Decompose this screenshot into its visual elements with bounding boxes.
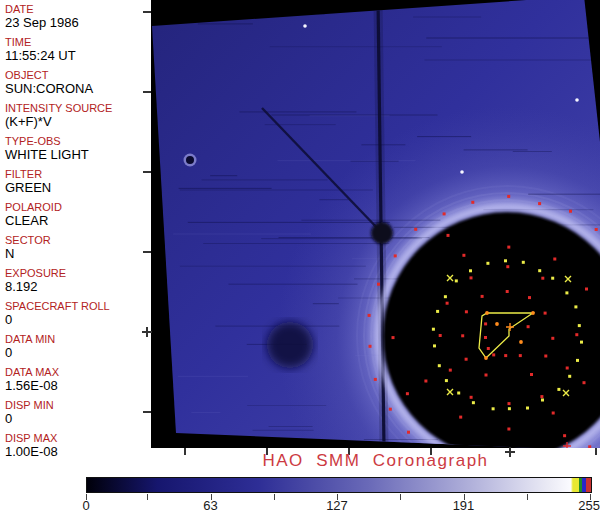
- metadata-field: DISP MIN0: [5, 399, 149, 426]
- axis-tick: [143, 251, 151, 253]
- axis-tick: [143, 91, 151, 93]
- metadata-field: INTENSITY SOURCE(K+F)*V: [5, 102, 149, 129]
- metadata-panel: DATE23 Sep 1986TIME11:55:24 UTOBJECTSUN:…: [5, 3, 149, 465]
- colorbar-minor-tick: [400, 494, 401, 500]
- field-value: 1.00E-08: [5, 445, 149, 459]
- field-value: 0: [5, 313, 149, 327]
- field-value: WHITE LIGHT: [5, 148, 149, 162]
- colorbar-tick-label: 0: [64, 498, 108, 512]
- metadata-field: DATA MAX1.56E-08: [5, 366, 149, 393]
- field-label: DATA MIN: [5, 333, 149, 346]
- field-value: (K+F)*V: [5, 115, 149, 129]
- field-label: DISP MIN: [5, 399, 149, 412]
- metadata-field: POLAROIDCLEAR: [5, 201, 149, 228]
- metadata-field: DISP MAX1.00E-08: [5, 432, 149, 459]
- metadata-field: DATA MIN0: [5, 333, 149, 360]
- colorbar-minor-tick: [527, 494, 528, 500]
- image-title: HAO SMM Coronagraph: [151, 451, 600, 471]
- metadata-field: SECTORN: [5, 234, 149, 261]
- field-value: 11:55:24 UT: [5, 49, 149, 63]
- defocused-dust: [267, 322, 313, 368]
- metadata-field: DATE23 Sep 1986: [5, 3, 149, 30]
- field-value: 0: [5, 412, 149, 426]
- colorbar-tick-label: 191: [442, 498, 486, 512]
- pylon-blob: [371, 222, 393, 244]
- colorbar-tick-label: 255: [556, 498, 600, 512]
- field-value: N: [5, 247, 149, 261]
- image-viewport[interactable]: [151, 0, 600, 448]
- metadata-field: TIME11:55:24 UT: [5, 36, 149, 63]
- field-value: 23 Sep 1986: [5, 16, 149, 30]
- field-value: CLEAR: [5, 214, 149, 228]
- field-label: SECTOR: [5, 234, 149, 247]
- colorbar-tick-label: 127: [315, 498, 359, 512]
- field-value: 8.192: [5, 280, 149, 294]
- field-label: SPACECRAFT ROLL: [5, 300, 149, 313]
- dust-spot: [186, 156, 194, 164]
- axis-tick: [143, 11, 151, 13]
- colorbar-minor-tick: [274, 494, 275, 500]
- colorbar-tick-label: 63: [189, 498, 233, 512]
- axis-tick: [143, 411, 151, 413]
- axis-tick: [143, 171, 151, 173]
- metadata-field: SPACECRAFT ROLL0: [5, 300, 149, 327]
- field-value: SUN:CORONA: [5, 82, 149, 96]
- sun-center-marker: [146, 327, 148, 337]
- colorbar: [86, 477, 592, 493]
- field-value: 0: [5, 346, 149, 360]
- field-value: 1.56E-08: [5, 379, 149, 393]
- colorbar-minor-tick: [147, 494, 148, 500]
- metadata-field: OBJECTSUN:CORONA: [5, 69, 149, 96]
- field-value: GREEN: [5, 181, 149, 195]
- metadata-field: TYPE-OBSWHITE LIGHT: [5, 135, 149, 162]
- metadata-field: FILTERGREEN: [5, 168, 149, 195]
- metadata-field: EXPOSURE8.192: [5, 267, 149, 294]
